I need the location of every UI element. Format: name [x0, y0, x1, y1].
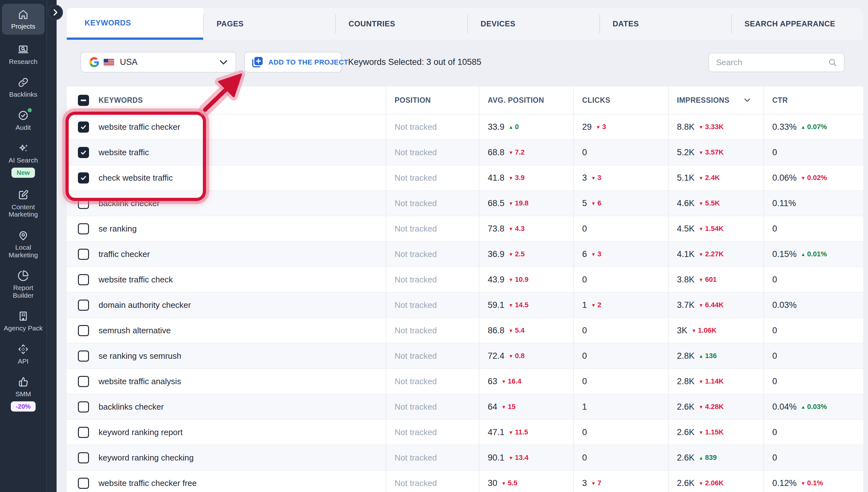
- table-row: semrush alternative Not tracked 86.8 ▼5.…: [67, 318, 863, 343]
- sidebar-item-ai-search[interactable]: AI Search New: [2, 139, 45, 181]
- clicks-cell: 1 ▼2: [573, 293, 668, 317]
- metric-change: ▼0.02%: [801, 174, 827, 182]
- sidebar-expand-button[interactable]: [48, 5, 63, 20]
- keyword-cell: keyword ranking checking: [67, 445, 386, 470]
- add-to-project-button[interactable]: ADD TO THE PROJECT: [244, 52, 342, 73]
- table-row: se ranking Not tracked 73.8 ▼4.3 0 4.5K …: [67, 216, 863, 242]
- metric-value: 5: [582, 198, 587, 208]
- keyword-text: backlink checker: [99, 198, 160, 208]
- avg-position-cell: 33.9 ▲0: [479, 115, 573, 139]
- sort-chevron-down-icon[interactable]: [744, 98, 750, 102]
- triangle-down-icon: ▼: [801, 175, 806, 181]
- ctr-cell: 0: [763, 369, 863, 394]
- sidebar-item-projects[interactable]: Projects: [2, 4, 45, 35]
- table-row: website traffic analysis Not tracked 63 …: [67, 369, 863, 394]
- metric-change: ▼5.5K: [699, 199, 720, 207]
- metric-value: 0.12%: [772, 478, 797, 488]
- keyword-text: keyword ranking report: [99, 427, 182, 437]
- impressions-cell: 2.6K ▼4.28K: [668, 394, 763, 419]
- sidebar-item-report-builder[interactable]: Report Builder: [2, 267, 45, 302]
- avg-position-cell: 63 ▼16.4: [479, 369, 573, 394]
- sidebar-item-label: Research: [2, 58, 44, 66]
- avg-position-cell: 64 ▼15: [479, 394, 573, 419]
- row-checkbox[interactable]: [78, 122, 89, 132]
- column-header-label: CLICKS: [582, 96, 610, 105]
- row-checkbox[interactable]: [78, 223, 89, 235]
- api-icon: [17, 343, 29, 355]
- search-input[interactable]: [715, 57, 828, 68]
- row-checkbox[interactable]: [78, 350, 89, 362]
- row-checkbox[interactable]: [78, 300, 89, 311]
- table-row: traffic checker Not tracked 36.9 ▼2.5 6 …: [67, 242, 863, 267]
- row-checkbox[interactable]: [78, 401, 89, 413]
- triangle-down-icon: ▼: [591, 251, 596, 257]
- metric-change: ▼1.54K: [699, 224, 724, 233]
- sidebar-item-local-marketing[interactable]: Local Marketing: [2, 226, 45, 262]
- triangle-down-icon: ▼: [591, 201, 596, 206]
- avg-position-cell: 59.1 ▼14.5: [479, 293, 573, 317]
- sidebar-item-research[interactable]: Research: [2, 41, 45, 69]
- sidebar-item-content-marketing[interactable]: Content Marketing: [2, 186, 45, 221]
- clicks-cell: 0: [573, 445, 668, 470]
- impressions-cell: 2.8K ▼1.14K: [668, 369, 763, 394]
- sidebar-item-audit[interactable]: Audit: [2, 106, 45, 134]
- clicks-cell: 6 ▼3: [573, 242, 668, 267]
- search-engine-select[interactable]: USA: [80, 52, 236, 73]
- row-checkbox[interactable]: [78, 198, 89, 209]
- triangle-up-icon: ▲: [699, 455, 704, 461]
- sidebar-item-backlinks[interactable]: Backlinks: [2, 73, 45, 101]
- metric-value: 59.1: [488, 300, 505, 310]
- sidebar-badge: New: [11, 168, 35, 178]
- sidebar-item-agency-pack[interactable]: Agency Pack: [2, 307, 45, 335]
- row-checkbox[interactable]: [78, 376, 89, 387]
- sidebar-item-smm[interactable]: SMM -20%: [2, 373, 45, 415]
- clicks-cell: 0: [573, 318, 668, 343]
- metric-value: 47.1: [488, 427, 505, 437]
- metric-value: 6: [582, 249, 587, 259]
- sidebar-badge: -20%: [11, 401, 36, 412]
- select-all-checkbox[interactable]: [78, 95, 89, 106]
- google-icon: [90, 57, 99, 67]
- chevron-down-icon: [220, 60, 227, 65]
- impressions-cell: 5.2K ▼3.57K: [668, 140, 763, 165]
- sidebar-item-api[interactable]: API: [2, 340, 45, 368]
- row-checkbox[interactable]: [78, 274, 89, 285]
- metric-change: ▲839: [699, 453, 717, 462]
- triangle-down-icon: ▼: [502, 379, 506, 384]
- metric-value: 3: [582, 173, 587, 183]
- search-box: [708, 53, 844, 72]
- table-row: domain authority checker Not tracked 59.…: [67, 293, 863, 318]
- ctr-cell: 0.11%: [763, 191, 863, 216]
- position-cell: Not tracked: [386, 343, 479, 368]
- row-checkbox[interactable]: [78, 147, 89, 158]
- search-icon[interactable]: [828, 58, 838, 68]
- triangle-down-icon: ▼: [509, 226, 513, 231]
- position-cell: Not tracked: [386, 471, 479, 492]
- home-icon: [17, 8, 29, 20]
- row-checkbox[interactable]: [78, 172, 89, 183]
- keyword-text: domain authority checker: [99, 300, 191, 310]
- keyword-text: se ranking: [99, 224, 137, 234]
- metric-value: 0: [772, 275, 777, 285]
- table-row: keyword ranking report Not tracked 47.1 …: [67, 420, 863, 445]
- keyword-cell: backlink checker: [67, 191, 386, 216]
- triangle-down-icon: ▼: [699, 404, 704, 410]
- metric-change: ▼601: [699, 275, 717, 284]
- metric-change: ▼4.3: [509, 224, 525, 233]
- triangle-down-icon: ▼: [699, 124, 704, 130]
- row-checkbox[interactable]: [78, 478, 89, 489]
- row-checkbox[interactable]: [78, 325, 89, 336]
- keyword-cell: traffic checker: [67, 242, 386, 267]
- row-checkbox[interactable]: [78, 427, 89, 438]
- avg-position-cell: 30 ▼5.5: [479, 471, 573, 492]
- metric-value: 0: [582, 326, 587, 336]
- sidebar-item-label: AI Search: [2, 156, 44, 164]
- triangle-up-icon: ▲: [801, 124, 806, 130]
- metric-value: 2.8K: [677, 376, 695, 387]
- metric-change: ▲0.07%: [801, 123, 827, 131]
- row-checkbox[interactable]: [78, 249, 89, 260]
- row-checkbox[interactable]: [78, 452, 89, 463]
- metric-value: 30: [488, 478, 497, 488]
- metric-value: 3.8K: [677, 275, 695, 285]
- keyword-cell: website traffic checker: [67, 115, 386, 139]
